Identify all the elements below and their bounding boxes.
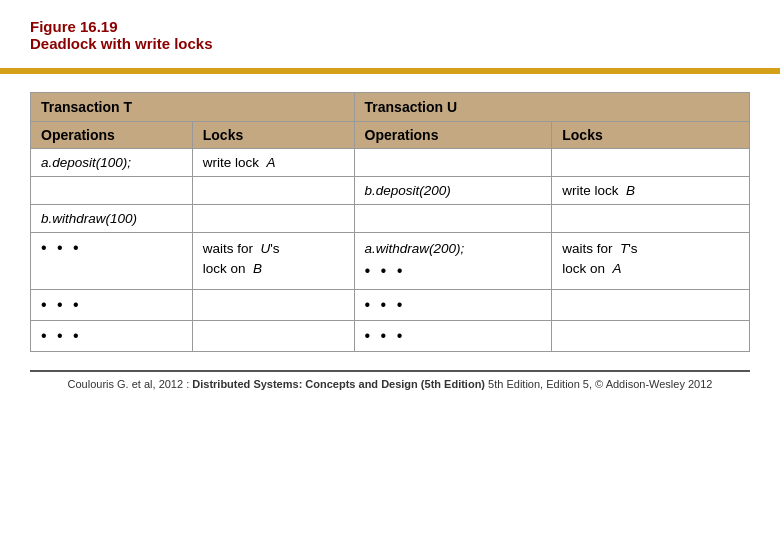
main-table: Transaction T Transaction U Operations L… [30, 92, 750, 352]
row1-ops1: a.deposit(100); [31, 149, 193, 177]
table-row: • • • • • • [31, 290, 750, 321]
ops1-header: Operations [31, 122, 193, 149]
ops2-header: Operations [354, 122, 552, 149]
row1-locks1: write lock A [192, 149, 354, 177]
header-section: Figure 16.19 Deadlock with write locks [0, 0, 780, 60]
row3-ops2 [354, 205, 552, 233]
row2-ops2: b.deposit(200) [354, 177, 552, 205]
table-row: b.deposit(200) write lock B [31, 177, 750, 205]
row4-locks2: waits for T'slock on A [552, 233, 750, 290]
title-line1: Figure 16.19 [30, 18, 750, 35]
row2-locks2: write lock B [552, 177, 750, 205]
row5-locks1 [192, 290, 354, 321]
row2-ops1 [31, 177, 193, 205]
row4-locks1: waits for U'slock on B [192, 233, 354, 290]
footer-divider [30, 370, 750, 372]
content-area: Transaction T Transaction U Operations L… [0, 74, 780, 362]
row1-locks2 [552, 149, 750, 177]
transaction-t-header: Transaction T [31, 93, 355, 122]
transaction-u-header: Transaction U [354, 93, 749, 122]
row4-ops1: • • • [31, 233, 193, 290]
row6-locks2 [552, 321, 750, 352]
row6-locks1 [192, 321, 354, 352]
row5-ops2: • • • [354, 290, 552, 321]
table-row: a.deposit(100); write lock A [31, 149, 750, 177]
header-row-2: Operations Locks Operations Locks [31, 122, 750, 149]
table-row: • • • • • • [31, 321, 750, 352]
row6-ops1: • • • [31, 321, 193, 352]
locks1-header: Locks [192, 122, 354, 149]
locks2-header: Locks [552, 122, 750, 149]
row3-locks2 [552, 205, 750, 233]
title-line2: Deadlock with write locks [30, 35, 750, 52]
row2-locks1 [192, 177, 354, 205]
header-row-1: Transaction T Transaction U [31, 93, 750, 122]
row1-ops2 [354, 149, 552, 177]
footer-text: Coulouris G. et al, 2012 : Distributed S… [0, 378, 780, 390]
row3-ops1: b.withdraw(100) [31, 205, 193, 233]
row5-locks2 [552, 290, 750, 321]
row4-ops2: a.withdraw(200);• • • [354, 233, 552, 290]
table-row: b.withdraw(100) [31, 205, 750, 233]
row6-ops2: • • • [354, 321, 552, 352]
table-row: • • • waits for U'slock on B a.withdraw(… [31, 233, 750, 290]
row5-ops1: • • • [31, 290, 193, 321]
row3-locks1 [192, 205, 354, 233]
